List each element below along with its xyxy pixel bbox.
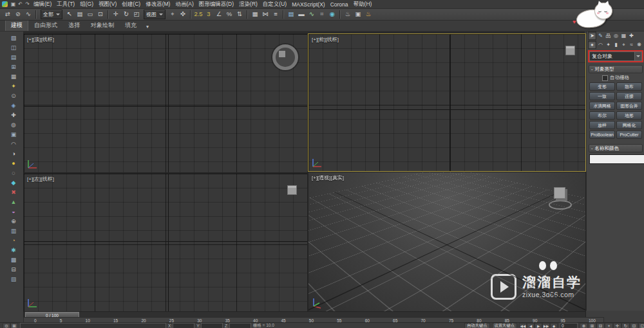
tab-modify[interactable]: ✎ bbox=[597, 32, 604, 39]
viewcube-icon[interactable] bbox=[565, 46, 575, 55]
unlink-icon[interactable]: ⊘ bbox=[13, 9, 23, 19]
auto-key-button[interactable]: 自动关键点 bbox=[464, 323, 489, 328]
snap-3-icon[interactable]: 3 bbox=[204, 9, 214, 19]
ribbon-toggle-icon[interactable]: ▬ bbox=[296, 9, 307, 19]
menu-item[interactable]: 创建(C) bbox=[119, 1, 143, 8]
viewcube-icon[interactable] bbox=[287, 185, 297, 195]
left-toolbar-icon[interactable]: ▤ bbox=[8, 53, 19, 62]
tab-hierarchy[interactable]: 品 bbox=[605, 32, 612, 39]
coordinate-y-field[interactable] bbox=[201, 323, 223, 328]
compound-object-button[interactable]: 一致 bbox=[589, 92, 615, 100]
rect-select-region-icon[interactable]: ▭ bbox=[85, 9, 95, 19]
next-frame-icon[interactable]: ▶▶ bbox=[542, 323, 550, 328]
menu-item[interactable]: 工具(T) bbox=[54, 1, 77, 8]
tab-display[interactable]: ▦ bbox=[620, 32, 627, 39]
cat-cameras[interactable]: ▮ bbox=[612, 41, 620, 48]
maximize-viewport-icon[interactable]: ◱ bbox=[638, 323, 644, 328]
snap-25-icon[interactable]: 2.5 bbox=[193, 9, 204, 19]
select-by-name-icon[interactable]: ▤ bbox=[75, 9, 85, 19]
coordinate-x-field[interactable] bbox=[173, 323, 194, 328]
compound-object-button[interactable]: ProBoolean bbox=[589, 131, 615, 139]
ribbon-tab[interactable]: 建模 bbox=[5, 19, 28, 31]
rollout-name-color-header[interactable]: - 名称和颜色 bbox=[589, 144, 643, 152]
named-selection-icon[interactable]: ▦ bbox=[250, 9, 260, 19]
left-toolbar-icon[interactable]: ▣ bbox=[8, 130, 19, 139]
left-toolbar-icon[interactable]: ◫ bbox=[8, 43, 19, 52]
left-toolbar-icon[interactable]: ✱ bbox=[8, 246, 19, 255]
compound-object-button[interactable]: 放样 bbox=[589, 121, 615, 129]
tab-create[interactable]: ➤ bbox=[588, 32, 596, 40]
viewcube-icon[interactable] bbox=[272, 44, 298, 70]
tab-utilities[interactable]: ✚ bbox=[628, 32, 635, 39]
mirror-icon[interactable]: ⋈ bbox=[260, 9, 270, 19]
compound-object-button[interactable]: ProCutter bbox=[616, 131, 642, 139]
selection-lock-icon[interactable]: ⊠ bbox=[10, 323, 18, 328]
left-toolbar-icon[interactable]: ✚ bbox=[8, 111, 19, 120]
left-toolbar-icon[interactable]: ◍ bbox=[8, 120, 19, 129]
left-toolbar-icon[interactable]: ◒ bbox=[8, 207, 19, 216]
cat-shapes[interactable]: ◠ bbox=[597, 41, 604, 48]
set-key-button[interactable]: 设置关键点 bbox=[492, 323, 517, 328]
select-object-icon[interactable]: ↖ bbox=[64, 9, 75, 19]
compound-object-button[interactable]: 连接 bbox=[616, 92, 642, 100]
current-frame-field[interactable]: 0 bbox=[560, 323, 578, 328]
cat-helpers[interactable]: ⌖ bbox=[620, 41, 627, 48]
tab-motion[interactable]: ◎ bbox=[612, 32, 620, 39]
rollout-object-type-header[interactable]: - 对象类型 bbox=[589, 65, 643, 73]
zoom-extents-icon[interactable]: ⊟ bbox=[596, 323, 605, 328]
select-link-icon[interactable]: ⇄ bbox=[3, 9, 13, 19]
angle-snap-icon[interactable]: ∠ bbox=[214, 9, 224, 19]
zoom-icon[interactable]: ⊕ bbox=[580, 323, 588, 328]
menu-item[interactable]: 修改器(M) bbox=[143, 1, 173, 8]
left-toolbar-icon[interactable]: ◌ bbox=[8, 169, 19, 178]
schematic-view-icon[interactable]: ⌗ bbox=[317, 9, 327, 19]
left-toolbar-icon[interactable]: ✖ bbox=[8, 188, 19, 197]
cat-systems[interactable]: ❋ bbox=[636, 41, 643, 48]
viewport-left-label[interactable]: [+][左][线框] bbox=[27, 176, 54, 183]
use-pivot-icon[interactable]: ⌖ bbox=[167, 9, 178, 19]
viewport-left[interactable]: [+][左][线框] bbox=[23, 173, 308, 312]
menu-item[interactable]: 渲染(R) bbox=[236, 1, 260, 8]
zoom-all-icon[interactable]: ⊞ bbox=[588, 323, 596, 328]
ribbon-tab[interactable]: 对象绘制 bbox=[86, 20, 119, 31]
object-name-input[interactable] bbox=[589, 154, 644, 164]
render-setup-icon[interactable]: ♨ bbox=[343, 9, 353, 19]
reference-coordsys-dropdown[interactable]: 视图 bbox=[144, 10, 166, 19]
viewport-perspective[interactable]: [+][透视][真实] 溜溜自学 zixue.3d66.com bbox=[308, 172, 586, 312]
left-toolbar-icon[interactable]: ▲ bbox=[8, 197, 19, 206]
redo-icon[interactable]: ↷ bbox=[24, 1, 31, 8]
autogrid-checkbox[interactable] bbox=[602, 75, 608, 81]
rotate-icon[interactable]: ↻ bbox=[121, 9, 131, 19]
render-production-icon[interactable]: ♨ bbox=[363, 9, 374, 19]
ribbon-tab[interactable]: 选择 bbox=[63, 20, 85, 31]
viewport-front[interactable]: [+][前][线框] bbox=[308, 33, 586, 172]
left-toolbar-icon[interactable]: ● bbox=[8, 159, 19, 168]
menu-item[interactable]: MAXScript(X) bbox=[289, 1, 327, 8]
left-toolbar-icon[interactable]: ⊟ bbox=[8, 265, 19, 274]
viewport-top[interactable]: [+][顶][线框] bbox=[23, 33, 308, 173]
left-toolbar-icon[interactable]: ▨ bbox=[8, 275, 19, 284]
layer-manager-icon[interactable]: ▤ bbox=[286, 9, 296, 19]
menu-item[interactable]: 动画(A) bbox=[173, 1, 196, 8]
left-toolbar-icon[interactable]: ◠ bbox=[8, 140, 19, 149]
spinner-snap-icon[interactable]: ⇅ bbox=[234, 9, 245, 19]
left-toolbar-icon[interactable]: ◑ bbox=[8, 149, 19, 158]
viewport-perspective-label[interactable]: [+][透视][真实] bbox=[312, 174, 344, 181]
scale-icon[interactable]: ◰ bbox=[131, 9, 142, 19]
left-toolbar-icon[interactable]: ⊞ bbox=[8, 62, 19, 71]
isolate-selection-icon[interactable]: ⊙ bbox=[3, 323, 10, 328]
left-toolbar-icon[interactable]: ⊙ bbox=[8, 91, 19, 100]
menu-item[interactable]: 帮助(H) bbox=[351, 1, 375, 8]
menu-item[interactable]: 自定义(U) bbox=[260, 1, 289, 8]
ribbon-tab[interactable]: 自由形式 bbox=[29, 20, 62, 31]
save-icon[interactable]: ▣ bbox=[10, 1, 17, 8]
go-to-start-icon[interactable]: ◀◀ bbox=[519, 323, 527, 328]
compound-object-button[interactable]: 网格化 bbox=[616, 121, 642, 129]
pan-icon[interactable]: ✛ bbox=[613, 323, 621, 328]
orbit-icon[interactable]: ↻ bbox=[621, 323, 630, 328]
left-toolbar-icon[interactable]: ✦ bbox=[8, 82, 19, 91]
menu-item[interactable]: Corona bbox=[328, 1, 351, 8]
rendered-frame-icon[interactable]: ▣ bbox=[353, 9, 363, 19]
left-toolbar-icon[interactable]: ▥ bbox=[8, 226, 19, 235]
viewcube-icon[interactable] bbox=[548, 187, 573, 210]
